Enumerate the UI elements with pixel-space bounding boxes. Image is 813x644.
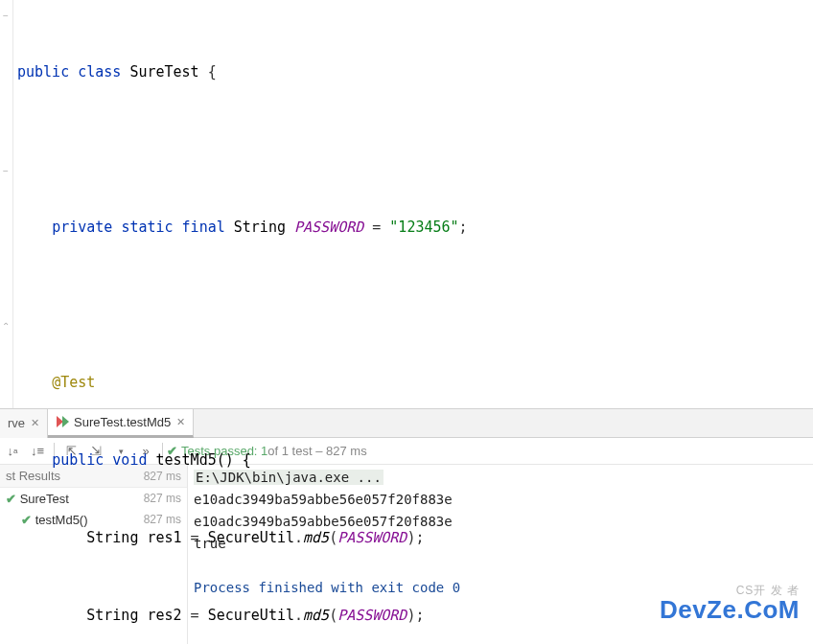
fold-marker-icon[interactable]: ⌃: [1, 322, 11, 332]
console-line: e10adc3949ba59abbe56e057f20f883e: [194, 511, 813, 533]
console-exit: Process finished with exit code 0: [194, 577, 813, 599]
code-content[interactable]: public class SureTest { private static f…: [13, 0, 813, 408]
console-line: true: [194, 533, 813, 555]
kw-public: public: [17, 63, 69, 80]
kw-class: class: [78, 63, 121, 80]
console-line: e10adc3949ba59abbe56e057f20f883e: [194, 489, 813, 511]
string-literal: "123456": [389, 218, 458, 236]
class-name: SureTest: [129, 63, 198, 80]
fold-marker-icon[interactable]: −: [1, 12, 11, 21]
const-password: PASSWORD: [294, 218, 363, 236]
editor-gutter: − − ⌃: [0, 0, 13, 408]
console-output[interactable]: E:\JDK\bin\java.exe ... e10adc3949ba59ab…: [188, 465, 813, 644]
fold-marker-icon[interactable]: −: [1, 167, 11, 176]
console-cmd: E:\JDK\bin\java.exe ...: [194, 470, 383, 485]
code-editor[interactable]: − − ⌃ public class SureTest { private st…: [0, 0, 813, 408]
annotation-test: @Test: [52, 374, 95, 391]
